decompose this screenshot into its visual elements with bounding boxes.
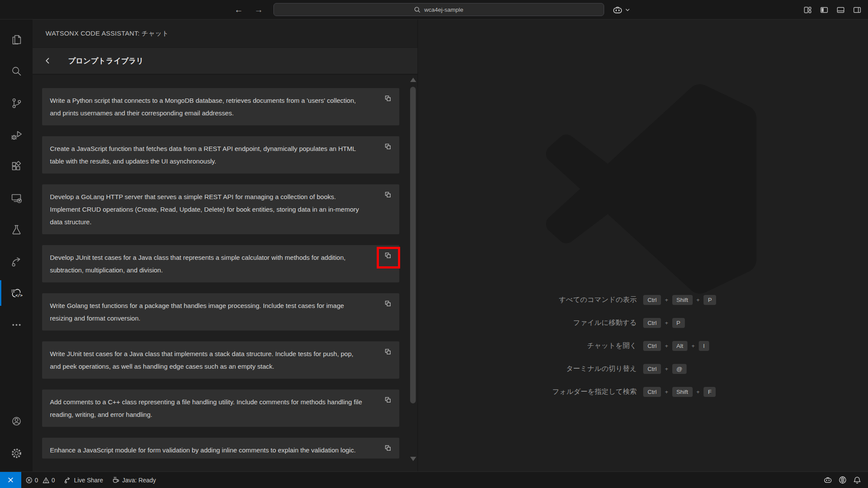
settings-gear-icon[interactable] <box>0 437 33 469</box>
shortcut-label: チャットを開く <box>418 341 643 350</box>
title-bar: ← → wca4ej-sample <box>0 0 868 20</box>
shortcut-row: ファイルに移動する Ctrl + P <box>418 317 868 328</box>
remote-explorer-icon[interactable] <box>0 182 33 214</box>
testing-icon[interactable] <box>0 214 33 246</box>
remote-indicator[interactable] <box>0 472 21 488</box>
shortcut-row: すべてのコマンドの表示 Ctrl + Shift + P <box>418 294 868 305</box>
extensions-icon[interactable] <box>0 151 33 182</box>
live-share-label: Live Share <box>74 477 103 484</box>
brain-extension-button[interactable] <box>836 476 849 484</box>
prompt-list: Write a Python script that connects to a… <box>33 75 418 459</box>
accounts-icon[interactable] <box>0 406 33 437</box>
go-forward-icon[interactable]: → <box>254 5 263 15</box>
toggle-secondary-sidebar-icon[interactable] <box>853 6 861 14</box>
key-chip: Ctrl <box>643 318 661 328</box>
key-chip: Ctrl <box>643 295 661 305</box>
copy-prompt-button[interactable] <box>382 189 393 200</box>
problems-status[interactable]: 0 0 <box>21 472 59 488</box>
key-chip: Shift <box>672 387 693 397</box>
search-value: wca4ej-sample <box>424 7 463 13</box>
warning-count: 0 <box>52 477 55 484</box>
run-debug-icon[interactable] <box>0 119 33 151</box>
copy-prompt-button[interactable] <box>382 394 393 405</box>
watsonx-chat-panel: WATSONX CODE ASSISTANT: チャット プロンプトライブラリ … <box>33 20 418 472</box>
scroll-down-arrow[interactable] <box>410 457 416 461</box>
customize-layout-icon[interactable] <box>804 6 812 14</box>
prompt-text: Write a Python script that connects to a… <box>50 97 356 117</box>
shortcut-row: フォルダーを指定して検索 Ctrl + Shift + F <box>418 386 868 397</box>
brain-icon <box>838 476 847 484</box>
shortcut-label: ファイルに移動する <box>418 318 643 328</box>
warning-icon <box>43 477 49 484</box>
prompt-library-header: プロンプトライブラリ <box>33 47 418 75</box>
key-chip: Ctrl <box>643 341 661 351</box>
search-view-icon[interactable] <box>0 56 33 87</box>
key-chip: Ctrl <box>643 364 661 374</box>
scroll-up-arrow[interactable] <box>410 78 416 82</box>
scrollbar-thumb[interactable] <box>410 87 416 403</box>
vscode-logo-watermark <box>546 84 756 294</box>
prompt-card: Add comments to a C++ class representing… <box>42 390 399 427</box>
copy-prompt-button[interactable] <box>382 141 393 151</box>
activity-bar-spacer <box>0 341 33 406</box>
key-chip: Ctrl <box>643 387 661 397</box>
watsonx-code-assistant-icon[interactable]: </> <box>0 277 33 309</box>
prompt-text: Enhance a JavaScript module for form val… <box>50 446 356 454</box>
live-share-icon[interactable] <box>0 246 33 277</box>
prompt-text: Add comments to a C++ class representing… <box>50 398 362 418</box>
prompt-text: Write Golang test functions for a packag… <box>50 302 344 322</box>
explorer-icon[interactable] <box>0 24 33 56</box>
status-bar: 0 0 Live Share Java: Ready <box>0 472 868 488</box>
search-icon <box>414 7 421 13</box>
notifications-bell-button[interactable] <box>851 476 864 484</box>
copilot-menu-button[interactable] <box>613 0 630 20</box>
key-chip: P <box>672 318 685 328</box>
command-center-search[interactable]: wca4ej-sample <box>273 3 604 16</box>
more-views-icon[interactable] <box>0 309 33 341</box>
prompt-text: Create a JavaScript function that fetche… <box>50 145 356 165</box>
toggle-primary-sidebar-icon[interactable] <box>820 6 828 14</box>
prompt-card: Write JUnit test cases for a Java class … <box>42 341 399 379</box>
copy-prompt-button[interactable] <box>382 93 393 103</box>
key-chip: I <box>699 341 709 351</box>
shortcut-row: チャットを開く Ctrl + Alt + I <box>418 340 868 351</box>
error-icon <box>26 477 33 484</box>
prompt-card: Enhance a JavaScript module for form val… <box>42 438 399 459</box>
keyboard-shortcuts-watermark: すべてのコマンドの表示 Ctrl + Shift + P ファイルに移動する C… <box>418 294 868 397</box>
shortcut-row: ターミナルの切り替え Ctrl + @ <box>418 363 868 374</box>
activity-bar: </> <box>0 20 33 472</box>
panel-title: WATSONX CODE ASSISTANT: チャット <box>33 20 418 47</box>
editor-welcome-area: すべてのコマンドの表示 Ctrl + Shift + P ファイルに移動する C… <box>418 20 868 472</box>
chevron-down-icon <box>625 8 630 12</box>
back-icon[interactable] <box>44 57 52 65</box>
copy-prompt-button[interactable] <box>382 442 393 453</box>
prompt-card-highlighted: Develop JUnit test cases for a Java clas… <box>42 245 399 282</box>
key-chip: Alt <box>672 341 688 351</box>
prompt-card: Create a JavaScript function that fetche… <box>42 136 399 174</box>
toggle-panel-icon[interactable] <box>837 6 845 14</box>
prompt-text: Develop JUnit test cases for a Java clas… <box>50 254 345 274</box>
live-share-status[interactable]: Live Share <box>59 472 108 488</box>
source-control-icon[interactable] <box>0 87 33 119</box>
prompt-text: Develop a GoLang HTTP server that serves… <box>50 193 359 226</box>
copilot-icon <box>613 5 622 15</box>
java-status-label: Java: Ready <box>122 477 156 484</box>
svg-text:</>: </> <box>15 292 23 297</box>
copy-prompt-button[interactable] <box>382 250 393 260</box>
key-chip: Shift <box>672 295 693 305</box>
key-chip: P <box>704 295 716 305</box>
vscode-window: ← → wca4ej-sample <box>0 0 868 488</box>
key-chip: @ <box>672 364 687 374</box>
bell-icon <box>853 476 861 484</box>
shortcut-label: ターミナルの切り替え <box>418 364 643 373</box>
shortcut-label: フォルダーを指定して検索 <box>418 387 643 396</box>
go-back-icon[interactable]: ← <box>234 5 243 15</box>
java-status[interactable]: Java: Ready <box>108 472 161 488</box>
shortcut-label: すべてのコマンドの表示 <box>418 295 643 305</box>
copilot-status-button[interactable] <box>821 476 834 484</box>
remote-icon <box>7 476 14 484</box>
copy-prompt-button[interactable] <box>382 298 393 308</box>
prompt-library-title: プロンプトライブラリ <box>68 56 144 66</box>
copy-prompt-button[interactable] <box>382 346 393 357</box>
key-chip: F <box>704 387 716 397</box>
